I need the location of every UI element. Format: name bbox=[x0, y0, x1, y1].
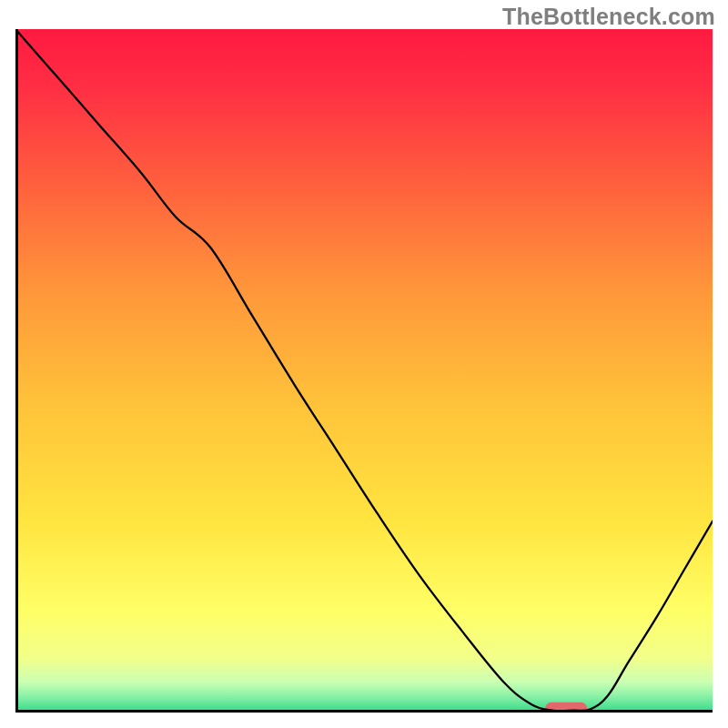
bottleneck-chart bbox=[15, 29, 713, 713]
chart-background bbox=[15, 29, 713, 713]
watermark-text: TheBottleneck.com bbox=[502, 4, 715, 30]
